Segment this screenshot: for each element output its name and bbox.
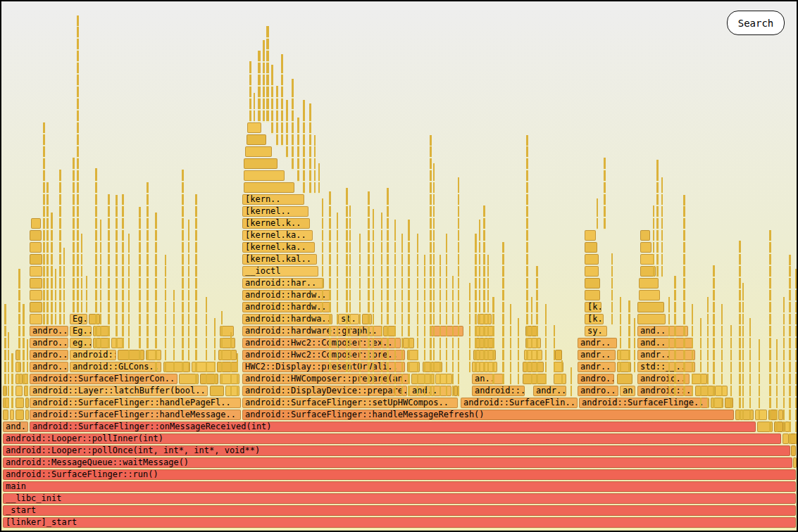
flame-frame-unlabeled[interactable] bbox=[554, 374, 566, 384]
flame-frame-unlabeled[interactable] bbox=[89, 314, 100, 324]
flame-spike[interactable] bbox=[100, 220, 101, 350]
flame-frame-unlabeled[interactable] bbox=[31, 218, 41, 229]
flame-spike[interactable] bbox=[721, 304, 723, 410]
flame-frame-unlabeled[interactable] bbox=[25, 410, 29, 420]
search-button[interactable]: Search bbox=[727, 11, 785, 35]
flame-spike[interactable] bbox=[700, 318, 702, 410]
flame-frame[interactable]: [k.. bbox=[585, 302, 601, 312]
flame-spike[interactable] bbox=[182, 170, 184, 374]
flame-spike[interactable] bbox=[408, 220, 410, 398]
flame-frame[interactable]: andro.. bbox=[30, 326, 68, 336]
flame-spike[interactable] bbox=[611, 253, 613, 326]
flame-frame-unlabeled[interactable] bbox=[30, 290, 42, 300]
flame-spike[interactable] bbox=[329, 191, 331, 374]
flame-spike[interactable] bbox=[668, 297, 670, 398]
flame-spike[interactable] bbox=[116, 195, 118, 350]
flame-spike[interactable] bbox=[46, 182, 49, 326]
flame-frame-unlabeled[interactable] bbox=[244, 170, 285, 181]
flame-spike[interactable] bbox=[674, 276, 676, 398]
flame-spike[interactable] bbox=[417, 234, 418, 398]
flame-spike[interactable] bbox=[346, 188, 348, 374]
flame-spike[interactable] bbox=[77, 15, 79, 314]
flame-frame[interactable]: android::HWComposer::prepare(an.. bbox=[242, 374, 410, 384]
flame-frame-unlabeled[interactable] bbox=[30, 266, 42, 277]
flame-frame[interactable]: and.. bbox=[3, 422, 28, 432]
flame-frame[interactable]: main bbox=[3, 481, 796, 492]
flame-frame-unlabeled[interactable] bbox=[791, 445, 796, 456]
flame-frame-unlabeled[interactable] bbox=[217, 362, 238, 372]
flame-frame-unlabeled[interactable] bbox=[585, 230, 596, 241]
flame-spike[interactable] bbox=[683, 195, 685, 398]
flame-frame-unlabeled[interactable] bbox=[30, 278, 42, 289]
flame-spike[interactable] bbox=[469, 283, 470, 374]
flame-spike[interactable] bbox=[769, 230, 771, 433]
flame-frame-unlabeled[interactable] bbox=[639, 290, 660, 300]
flame-frame[interactable]: [kernel.ka.. bbox=[242, 242, 315, 253]
flame-spike[interactable] bbox=[433, 163, 435, 398]
flame-spike[interactable] bbox=[742, 283, 744, 422]
flame-spike[interactable] bbox=[230, 332, 232, 398]
flame-frame-unlabeled[interactable] bbox=[245, 146, 272, 157]
flame-spike[interactable] bbox=[303, 100, 305, 194]
flame-spike[interactable] bbox=[258, 51, 261, 122]
flame-frame[interactable]: andr.. bbox=[578, 338, 617, 348]
flame-frame[interactable]: android::.. bbox=[70, 350, 116, 360]
flame-spike[interactable] bbox=[249, 61, 251, 122]
flame-frame[interactable]: android::MessageQueue::waitMessage() bbox=[3, 457, 792, 468]
flame-frame-unlabeled[interactable] bbox=[695, 386, 713, 396]
flame-spike[interactable] bbox=[18, 269, 20, 386]
flame-spike[interactable] bbox=[214, 318, 216, 386]
flame-frame-unlabeled[interactable] bbox=[725, 398, 733, 408]
flame-frame[interactable]: android::hardware::graph.. bbox=[242, 326, 382, 336]
flame-frame[interactable]: android::.. bbox=[472, 386, 525, 396]
flame-frame[interactable]: android::SurfaceFlinge.. bbox=[579, 398, 709, 408]
flame-spike[interactable] bbox=[749, 318, 751, 422]
flame-frame[interactable]: android::har.. bbox=[242, 278, 324, 289]
flame-spike[interactable] bbox=[571, 367, 572, 398]
flame-spike[interactable] bbox=[73, 158, 75, 314]
flame-frame[interactable]: android::SurfaceFlin.. bbox=[461, 398, 578, 408]
flame-spike[interactable] bbox=[195, 194, 197, 386]
flame-frame-unlabeled[interactable] bbox=[793, 457, 797, 468]
flame-spike[interactable] bbox=[739, 241, 741, 422]
flame-frame[interactable]: [kernel.ka.. bbox=[242, 230, 313, 241]
flame-spike[interactable] bbox=[81, 234, 82, 314]
flame-spike[interactable] bbox=[173, 290, 175, 374]
flame-spike[interactable] bbox=[263, 40, 265, 122]
flame-frame[interactable]: android::DisplayDevice::prepare.. bbox=[242, 386, 407, 396]
flame-frame[interactable]: [linker]_start bbox=[3, 517, 796, 528]
flame-frame[interactable]: Eg. bbox=[70, 314, 87, 324]
flame-spike[interactable] bbox=[628, 300, 630, 374]
flame-spike[interactable] bbox=[545, 304, 547, 386]
flame-spike[interactable] bbox=[266, 26, 269, 122]
flame-spike[interactable] bbox=[475, 234, 477, 374]
flame-frame[interactable]: andro.. bbox=[578, 374, 614, 384]
flame-spike[interactable] bbox=[122, 194, 124, 350]
flame-spike[interactable] bbox=[713, 265, 715, 410]
flame-spike[interactable] bbox=[23, 304, 25, 386]
flame-frame-unlabeled[interactable] bbox=[15, 410, 24, 420]
flame-frame-unlabeled[interactable] bbox=[778, 410, 783, 420]
flame-spike[interactable] bbox=[314, 135, 316, 194]
flame-spike[interactable] bbox=[59, 170, 61, 326]
flame-spike[interactable] bbox=[27, 339, 28, 398]
flame-spike[interactable] bbox=[286, 100, 288, 158]
flame-frame[interactable]: __ioctl bbox=[242, 266, 318, 277]
flame-frame-unlabeled[interactable] bbox=[244, 182, 294, 193]
flame-spike[interactable] bbox=[707, 297, 709, 410]
flame-spike[interactable] bbox=[692, 304, 693, 398]
flame-frame-unlabeled[interactable] bbox=[639, 278, 659, 289]
flame-frame-unlabeled[interactable] bbox=[247, 134, 266, 145]
flame-spike[interactable] bbox=[359, 234, 361, 386]
flame-spike[interactable] bbox=[783, 297, 785, 433]
flame-spike[interactable] bbox=[446, 234, 447, 398]
flame-frame-unlabeled[interactable] bbox=[692, 374, 707, 384]
flame-frame-unlabeled[interactable] bbox=[30, 314, 42, 324]
flame-spike[interactable] bbox=[292, 79, 294, 170]
flame-frame[interactable]: and.. bbox=[637, 326, 688, 336]
flame-frame[interactable]: [k.. bbox=[585, 314, 604, 324]
flame-frame-unlabeled[interactable] bbox=[640, 254, 654, 265]
flame-frame-unlabeled[interactable] bbox=[15, 398, 24, 408]
flame-frame[interactable]: android::SurfaceFlinger::run() bbox=[3, 469, 796, 480]
flame-spike[interactable] bbox=[11, 353, 13, 410]
